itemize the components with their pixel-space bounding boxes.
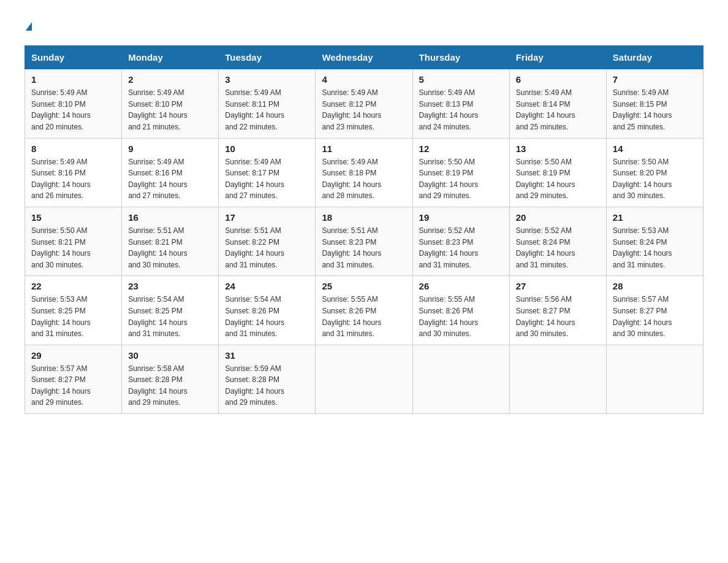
day-info: Sunrise: 5:49 AM Sunset: 8:13 PM Dayligh… — [419, 87, 503, 132]
day-info: Sunrise: 5:52 AM Sunset: 8:23 PM Dayligh… — [419, 225, 503, 270]
day-number: 12 — [419, 144, 503, 154]
calendar-week-row: 22 Sunrise: 5:53 AM Sunset: 8:25 PM Dayl… — [25, 276, 703, 345]
calendar-cell — [509, 345, 606, 413]
calendar-cell: 21 Sunrise: 5:53 AM Sunset: 8:24 PM Dayl… — [606, 207, 703, 275]
day-info: Sunrise: 5:50 AM Sunset: 8:20 PM Dayligh… — [613, 156, 697, 202]
day-info: Sunrise: 5:51 AM Sunset: 8:23 PM Dayligh… — [322, 225, 406, 270]
day-number: 9 — [128, 144, 212, 154]
calendar-cell: 14 Sunrise: 5:50 AM Sunset: 8:20 PM Dayl… — [606, 138, 703, 207]
calendar-cell: 19 Sunrise: 5:52 AM Sunset: 8:23 PM Dayl… — [412, 207, 509, 275]
day-number: 23 — [128, 281, 212, 291]
calendar-cell: 3 Sunrise: 5:49 AM Sunset: 8:11 PM Dayli… — [219, 69, 316, 138]
day-number: 17 — [225, 212, 309, 223]
calendar-cell: 9 Sunrise: 5:49 AM Sunset: 8:16 PM Dayli… — [122, 138, 219, 207]
day-number: 7 — [613, 74, 697, 85]
day-info: Sunrise: 5:52 AM Sunset: 8:24 PM Dayligh… — [516, 225, 600, 270]
day-number: 20 — [516, 212, 600, 223]
day-info: Sunrise: 5:49 AM Sunset: 8:11 PM Dayligh… — [225, 87, 309, 132]
day-info: Sunrise: 5:53 AM Sunset: 8:25 PM Dayligh… — [31, 294, 115, 339]
day-number: 27 — [516, 281, 600, 291]
day-info: Sunrise: 5:58 AM Sunset: 8:28 PM Dayligh… — [128, 363, 212, 408]
day-number: 28 — [613, 281, 697, 291]
day-number: 18 — [322, 212, 406, 223]
day-info: Sunrise: 5:53 AM Sunset: 8:24 PM Dayligh… — [613, 225, 697, 270]
calendar-week-row: 15 Sunrise: 5:50 AM Sunset: 8:21 PM Dayl… — [25, 207, 703, 275]
day-info: Sunrise: 5:54 AM Sunset: 8:25 PM Dayligh… — [128, 294, 212, 339]
day-number: 16 — [128, 212, 212, 223]
day-number: 5 — [419, 74, 503, 85]
day-info: Sunrise: 5:55 AM Sunset: 8:26 PM Dayligh… — [322, 294, 406, 339]
calendar-cell — [316, 345, 412, 413]
calendar-cell: 16 Sunrise: 5:51 AM Sunset: 8:21 PM Dayl… — [122, 207, 219, 275]
day-number: 10 — [225, 144, 309, 154]
day-number: 22 — [31, 281, 115, 291]
weekday-header-saturday: Saturday — [606, 46, 703, 69]
day-info: Sunrise: 5:49 AM Sunset: 8:17 PM Dayligh… — [225, 156, 309, 202]
day-info: Sunrise: 5:57 AM Sunset: 8:27 PM Dayligh… — [31, 363, 115, 408]
calendar-header: SundayMondayTuesdayWednesdayThursdayFrid… — [25, 46, 703, 69]
day-info: Sunrise: 5:49 AM Sunset: 8:18 PM Dayligh… — [322, 156, 406, 202]
day-number: 11 — [322, 144, 406, 154]
calendar-cell: 30 Sunrise: 5:58 AM Sunset: 8:28 PM Dayl… — [122, 345, 219, 413]
calendar-cell: 28 Sunrise: 5:57 AM Sunset: 8:27 PM Dayl… — [606, 276, 703, 345]
day-info: Sunrise: 5:50 AM Sunset: 8:19 PM Dayligh… — [419, 156, 503, 202]
day-number: 21 — [613, 212, 697, 223]
day-number: 14 — [613, 144, 697, 154]
page-header — [25, 18, 703, 33]
weekday-header-monday: Monday — [122, 46, 219, 69]
day-number: 2 — [128, 74, 212, 85]
weekday-header-thursday: Thursday — [412, 46, 509, 69]
day-number: 26 — [419, 281, 503, 291]
calendar-cell: 15 Sunrise: 5:50 AM Sunset: 8:21 PM Dayl… — [25, 207, 122, 275]
calendar-cell: 23 Sunrise: 5:54 AM Sunset: 8:25 PM Dayl… — [122, 276, 219, 345]
day-number: 13 — [516, 144, 600, 154]
calendar-cell — [412, 345, 509, 413]
day-number: 24 — [225, 281, 309, 291]
day-info: Sunrise: 5:54 AM Sunset: 8:26 PM Dayligh… — [225, 294, 309, 339]
calendar-cell: 5 Sunrise: 5:49 AM Sunset: 8:13 PM Dayli… — [412, 69, 509, 138]
day-number: 15 — [31, 212, 115, 223]
day-number: 3 — [225, 74, 309, 85]
weekday-header-friday: Friday — [509, 46, 606, 69]
calendar-week-row: 8 Sunrise: 5:49 AM Sunset: 8:16 PM Dayli… — [25, 138, 703, 207]
calendar-cell: 10 Sunrise: 5:49 AM Sunset: 8:17 PM Dayl… — [219, 138, 316, 207]
weekday-header-tuesday: Tuesday — [219, 46, 316, 69]
calendar-cell: 31 Sunrise: 5:59 AM Sunset: 8:28 PM Dayl… — [219, 345, 316, 413]
calendar-cell: 6 Sunrise: 5:49 AM Sunset: 8:14 PM Dayli… — [509, 69, 606, 138]
calendar-week-row: 29 Sunrise: 5:57 AM Sunset: 8:27 PM Dayl… — [25, 345, 703, 413]
calendar-cell: 13 Sunrise: 5:50 AM Sunset: 8:19 PM Dayl… — [509, 138, 606, 207]
day-info: Sunrise: 5:51 AM Sunset: 8:21 PM Dayligh… — [128, 225, 212, 270]
calendar-table: SundayMondayTuesdayWednesdayThursdayFrid… — [25, 45, 703, 414]
calendar-cell: 18 Sunrise: 5:51 AM Sunset: 8:23 PM Dayl… — [316, 207, 412, 275]
day-info: Sunrise: 5:51 AM Sunset: 8:22 PM Dayligh… — [225, 225, 309, 270]
calendar-body: 1 Sunrise: 5:49 AM Sunset: 8:10 PM Dayli… — [25, 69, 703, 414]
calendar-cell: 1 Sunrise: 5:49 AM Sunset: 8:10 PM Dayli… — [25, 69, 122, 138]
calendar-cell: 25 Sunrise: 5:55 AM Sunset: 8:26 PM Dayl… — [316, 276, 412, 345]
day-number: 31 — [225, 350, 309, 361]
calendar-cell: 22 Sunrise: 5:53 AM Sunset: 8:25 PM Dayl… — [25, 276, 122, 345]
day-info: Sunrise: 5:57 AM Sunset: 8:27 PM Dayligh… — [613, 294, 697, 339]
calendar-cell — [606, 345, 703, 413]
calendar-cell: 24 Sunrise: 5:54 AM Sunset: 8:26 PM Dayl… — [219, 276, 316, 345]
day-info: Sunrise: 5:59 AM Sunset: 8:28 PM Dayligh… — [225, 363, 309, 408]
calendar-week-row: 1 Sunrise: 5:49 AM Sunset: 8:10 PM Dayli… — [25, 69, 703, 138]
calendar-cell: 11 Sunrise: 5:49 AM Sunset: 8:18 PM Dayl… — [316, 138, 412, 207]
weekday-header-wednesday: Wednesday — [316, 46, 412, 69]
day-number: 4 — [322, 74, 406, 85]
day-info: Sunrise: 5:56 AM Sunset: 8:27 PM Dayligh… — [516, 294, 600, 339]
day-info: Sunrise: 5:49 AM Sunset: 8:10 PM Dayligh… — [128, 87, 212, 132]
day-info: Sunrise: 5:49 AM Sunset: 8:15 PM Dayligh… — [613, 87, 697, 132]
day-number: 25 — [322, 281, 406, 291]
logo-triangle-icon — [26, 22, 32, 31]
day-number: 30 — [128, 350, 212, 361]
day-info: Sunrise: 5:50 AM Sunset: 8:19 PM Dayligh… — [516, 156, 600, 202]
day-number: 19 — [419, 212, 503, 223]
day-info: Sunrise: 5:49 AM Sunset: 8:16 PM Dayligh… — [128, 156, 212, 202]
calendar-cell: 8 Sunrise: 5:49 AM Sunset: 8:16 PM Dayli… — [25, 138, 122, 207]
calendar-cell: 29 Sunrise: 5:57 AM Sunset: 8:27 PM Dayl… — [25, 345, 122, 413]
calendar-cell: 4 Sunrise: 5:49 AM Sunset: 8:12 PM Dayli… — [316, 69, 412, 138]
calendar-cell: 12 Sunrise: 5:50 AM Sunset: 8:19 PM Dayl… — [412, 138, 509, 207]
day-info: Sunrise: 5:49 AM Sunset: 8:16 PM Dayligh… — [31, 156, 115, 202]
day-info: Sunrise: 5:49 AM Sunset: 8:12 PM Dayligh… — [322, 87, 406, 132]
calendar-cell: 17 Sunrise: 5:51 AM Sunset: 8:22 PM Dayl… — [219, 207, 316, 275]
